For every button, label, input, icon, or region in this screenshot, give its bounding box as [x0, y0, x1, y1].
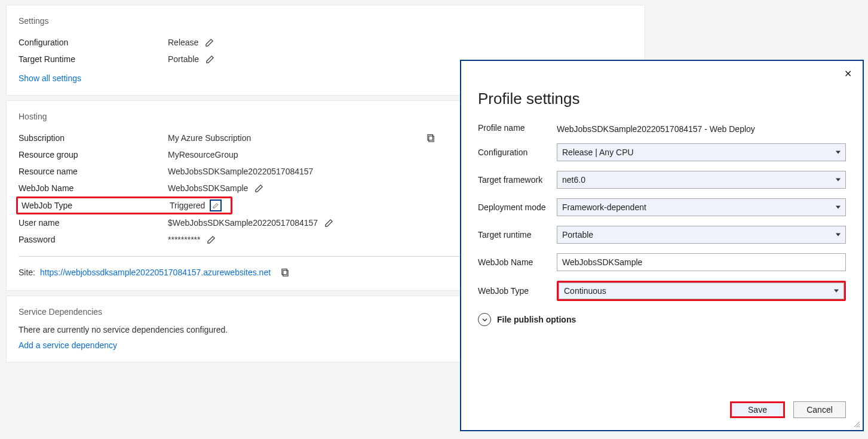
svg-rect-1	[427, 134, 432, 140]
chevron-down-icon	[836, 206, 841, 209]
deployment-mode-label: Deployment mode	[478, 202, 557, 212]
site-label: Site:	[19, 268, 35, 277]
chevron-down-icon	[836, 234, 841, 237]
configuration-label: Configuration	[19, 38, 168, 47]
pencil-icon[interactable]	[205, 234, 217, 245]
target-framework-selected: net6.0	[562, 175, 585, 185]
webjob-name-input[interactable]: WebJobsSDKSample	[557, 253, 846, 271]
webjob-type-highlight: Continuous	[557, 281, 846, 301]
file-publish-options-label: File publish options	[497, 315, 576, 324]
profile-name-label: Profile name	[478, 123, 557, 133]
webjob-name-value: WebJobsSDKSample	[168, 183, 248, 193]
target-runtime-label: Target Runtime	[19, 54, 168, 64]
svg-rect-2	[283, 270, 287, 275]
subscription-value: My Azure Subscription	[168, 133, 251, 143]
user-name-value: $WebJobsSDKSample20220517084157	[168, 218, 318, 228]
chevron-down-icon	[834, 290, 839, 293]
deployment-mode-dropdown[interactable]: Framework-dependent	[557, 198, 846, 216]
subscription-label: Subscription	[19, 133, 168, 143]
show-all-settings-link[interactable]: Show all settings	[19, 73, 81, 83]
dlg-webjob-type-label: WebJob Type	[478, 286, 557, 296]
chevron-down-icon	[836, 179, 841, 182]
webjob-type-label: WebJob Type	[22, 201, 170, 210]
save-button[interactable]: Save	[730, 401, 785, 418]
webjob-type-selected: Continuous	[564, 286, 606, 296]
pencil-icon[interactable]	[203, 36, 215, 48]
pencil-icon[interactable]	[253, 182, 265, 194]
configuration-dropdown[interactable]: Release | Any CPU	[557, 143, 846, 161]
chevron-down-circle-icon	[478, 313, 491, 326]
webjob-type-value: Triggered	[170, 201, 205, 210]
pencil-icon[interactable]	[204, 53, 216, 65]
profile-name-value: WebJobsSDKSample20220517084157 - Web Dep…	[557, 121, 846, 134]
webjob-name-label: WebJob Name	[19, 183, 168, 193]
dlg-configuration-label: Configuration	[478, 148, 557, 157]
close-icon[interactable]: ✕	[844, 68, 852, 79]
webjob-name-input-value: WebJobsSDKSample	[562, 257, 642, 267]
row-webjob-type-highlight: WebJob Type Triggered	[16, 197, 232, 214]
resource-group-value: MyResourceGroup	[168, 150, 238, 159]
svg-rect-3	[281, 269, 286, 274]
resize-handle-icon[interactable]	[853, 420, 860, 428]
copy-icon[interactable]	[425, 132, 437, 144]
site-url-link[interactable]: https://webjobssdksample20220517084157.a…	[40, 268, 271, 277]
svg-rect-0	[428, 136, 433, 141]
settings-title: Settings	[19, 16, 633, 26]
add-service-dependency-link[interactable]: Add a service dependency	[19, 340, 117, 350]
cancel-button[interactable]: Cancel	[793, 401, 846, 418]
resource-name-label: Resource name	[19, 167, 168, 176]
dlg-target-runtime-label: Target runtime	[478, 230, 557, 240]
chevron-down-icon	[836, 151, 841, 154]
row-profile-name: Profile name WebJobsSDKSample20220517084…	[478, 121, 846, 134]
user-name-label: User name	[19, 218, 168, 228]
pencil-icon[interactable]	[210, 199, 222, 211]
configuration-selected: Release | Any CPU	[562, 148, 634, 157]
password-value: **********	[168, 235, 200, 244]
row-configuration: Configuration Release	[19, 34, 633, 51]
webjob-type-dropdown[interactable]: Continuous	[559, 283, 844, 299]
resource-group-label: Resource group	[19, 150, 168, 159]
target-framework-label: Target framework	[478, 175, 557, 185]
configuration-value: Release	[168, 38, 198, 47]
pencil-icon[interactable]	[323, 217, 335, 229]
svg-line-6	[858, 426, 860, 427]
copy-icon[interactable]	[279, 266, 291, 278]
target-runtime-value: Portable	[168, 54, 199, 64]
target-runtime-selected: Portable	[562, 230, 593, 240]
resource-name-value: WebJobsSDKSample20220517084157	[168, 167, 313, 176]
file-publish-options-expander[interactable]: File publish options	[478, 313, 846, 326]
row-dlg-target-runtime: Target runtime Portable	[478, 226, 846, 244]
row-dlg-webjob-name: WebJob Name WebJobsSDKSample	[478, 253, 846, 271]
target-runtime-dropdown[interactable]: Portable	[557, 226, 846, 244]
row-dlg-webjob-type: WebJob Type Continuous	[478, 281, 846, 301]
deployment-mode-selected: Framework-dependent	[562, 202, 646, 212]
password-label: Password	[19, 235, 168, 244]
row-deployment-mode: Deployment mode Framework-dependent	[478, 198, 846, 216]
target-framework-dropdown[interactable]: net6.0	[557, 171, 846, 189]
row-dlg-configuration: Configuration Release | Any CPU	[478, 143, 846, 161]
dialog-title: Profile settings	[478, 90, 846, 108]
profile-settings-dialog: ✕ Profile settings Profile name WebJobsS…	[460, 60, 864, 431]
row-target-framework: Target framework net6.0	[478, 171, 846, 189]
dlg-webjob-name-label: WebJob Name	[478, 257, 557, 267]
